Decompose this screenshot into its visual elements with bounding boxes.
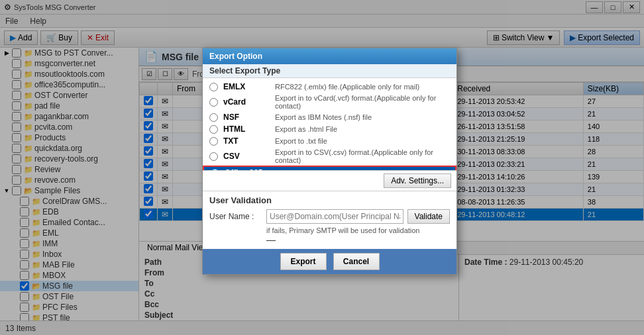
uv-username-label: User Name : bbox=[209, 212, 262, 221]
dialog-footer: Export Cancel bbox=[203, 249, 456, 274]
uv-note: if fails, Primary SMTP will be used for … bbox=[209, 226, 450, 234]
opt-name-vcard: vCard bbox=[223, 97, 270, 107]
export-option-vcard[interactable]: vCard Export in to vCard(.vcf) format.(A… bbox=[203, 93, 456, 111]
cancel-button[interactable]: Cancel bbox=[333, 253, 380, 270]
uv-username-row: User Name : Validate bbox=[209, 209, 450, 224]
export-option-txt[interactable]: TXT Export to .txt file bbox=[203, 135, 456, 147]
dialog-header: Export Option bbox=[203, 48, 456, 64]
radio-nsf[interactable] bbox=[209, 113, 218, 122]
validate-button[interactable]: Validate bbox=[407, 209, 450, 224]
radio-emlx[interactable] bbox=[209, 83, 218, 91]
opt-name-txt: TXT bbox=[223, 136, 270, 146]
opt-desc-csv: Export in to CSV(.csv) format.(Applicabl… bbox=[275, 148, 450, 164]
export-option-csv[interactable]: CSV Export in to CSV(.csv) format.(Appli… bbox=[203, 147, 456, 166]
opt-name-csv: CSV bbox=[223, 152, 270, 161]
export-dialog: Export Option Select Export Type EMLX RF… bbox=[202, 48, 457, 275]
adv-settings-button[interactable]: Adv. Settings... bbox=[384, 173, 451, 188]
dialog-title: Export Option bbox=[209, 52, 262, 61]
adv-settings-row: Adv. Settings... bbox=[203, 171, 456, 191]
uv-title: User Validation bbox=[209, 195, 450, 205]
opt-name-nsf: NSF bbox=[223, 113, 270, 122]
user-validation-section: User Validation User Name : Validate if … bbox=[203, 191, 456, 249]
username-input[interactable] bbox=[266, 209, 403, 224]
export-option-emlx[interactable]: EMLX RFC822 (.emlx) file.(Applicable onl… bbox=[203, 81, 456, 93]
export-button[interactable]: Export bbox=[280, 253, 327, 270]
opt-name-html: HTML bbox=[223, 124, 270, 134]
opt-desc-html: Export as .html File bbox=[275, 125, 337, 133]
radio-csv[interactable] bbox=[209, 152, 218, 161]
export-option-office365[interactable]: Office 365 Export to Office 365 Account bbox=[203, 166, 456, 171]
opt-desc-nsf: Export as IBM Notes (.nsf) file bbox=[275, 113, 372, 121]
uv-dash: — bbox=[209, 234, 450, 245]
opt-desc-emlx: RFC822 (.emlx) file.(Applicable only for… bbox=[275, 83, 419, 91]
radio-txt[interactable] bbox=[209, 137, 218, 146]
export-option-nsf[interactable]: NSF Export as IBM Notes (.nsf) file bbox=[203, 111, 456, 123]
opt-desc-vcard: Export in to vCard(.vcf) format.(Applica… bbox=[275, 94, 450, 110]
opt-desc-txt: Export to .txt file bbox=[275, 137, 327, 145]
dialog-section-title: Select Export Type bbox=[203, 64, 456, 78]
radio-html[interactable] bbox=[209, 125, 218, 134]
opt-name-emlx: EMLX bbox=[223, 82, 270, 91]
export-options-list: EMLX RFC822 (.emlx) file.(Applicable onl… bbox=[203, 78, 456, 171]
export-option-html[interactable]: HTML Export as .html File bbox=[203, 123, 456, 135]
radio-vcard[interactable] bbox=[209, 98, 218, 107]
